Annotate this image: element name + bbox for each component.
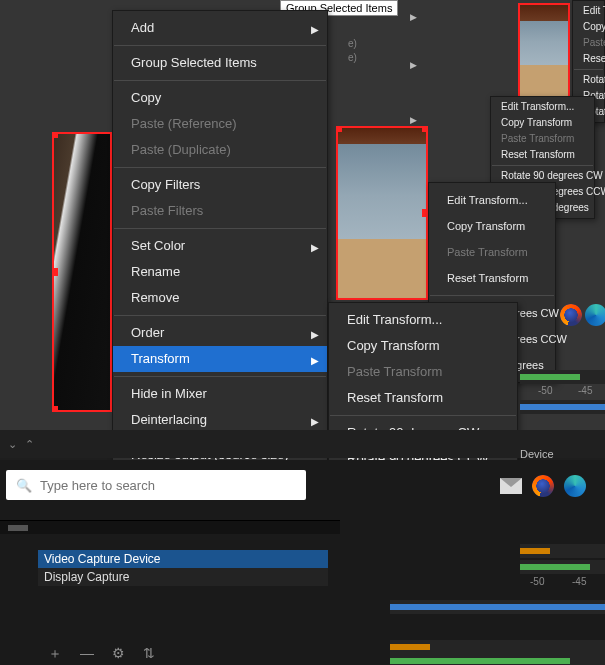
- timeline-track[interactable]: [390, 654, 605, 665]
- resize-handle[interactable]: [52, 406, 58, 412]
- edge-icon[interactable]: [585, 304, 605, 326]
- menu-separator: [430, 295, 554, 296]
- menu-item-paste-transform[interactable]: Paste Transform: [329, 359, 517, 385]
- selected-source-left[interactable]: [52, 132, 112, 412]
- menu-item[interactable]: Copy Tra: [573, 19, 604, 35]
- menu-item-transform[interactable]: Transform▶: [113, 346, 327, 372]
- search-input-wrap[interactable]: 🔍: [6, 470, 306, 500]
- search-input[interactable]: [40, 478, 296, 493]
- timeline-bar: [520, 564, 590, 570]
- time-label: -50: [538, 385, 552, 396]
- panel-splitter[interactable]: [0, 520, 340, 534]
- menu-item-edit-transform[interactable]: Edit Transform...: [329, 307, 517, 333]
- resize-handle[interactable]: [52, 132, 58, 138]
- dimmed-label: e): [348, 38, 357, 49]
- reorder-icon[interactable]: ⇅: [143, 645, 155, 663]
- menu-label: Transform: [131, 351, 190, 366]
- menu-item-copy-filters[interactable]: Copy Filters: [113, 172, 327, 198]
- system-tray: [585, 304, 605, 326]
- timeline-track[interactable]: [520, 560, 605, 574]
- chevron-down-icon[interactable]: ⌄: [8, 438, 17, 451]
- search-icon: 🔍: [16, 478, 32, 493]
- menu-item-copy-transform[interactable]: Copy Transform: [491, 115, 594, 131]
- menu-item-copy-transform[interactable]: Copy Transform: [329, 333, 517, 359]
- timeline-track[interactable]: [390, 640, 605, 654]
- resize-handle[interactable]: [422, 126, 428, 132]
- selected-source-mini[interactable]: [518, 3, 570, 99]
- menu-item-reset-transform[interactable]: Reset Transform: [329, 385, 517, 411]
- menu-item-reset-transform[interactable]: Reset Transform: [429, 265, 555, 291]
- menu-label: Set Color: [131, 238, 185, 253]
- menu-item-group[interactable]: Group Selected Items: [113, 50, 327, 76]
- menu-separator: [114, 315, 326, 316]
- video-thumb: [338, 128, 426, 298]
- menu-item-reset-transform[interactable]: Reset Transform: [491, 147, 594, 163]
- menu-item-paste-filters[interactable]: Paste Filters: [113, 198, 327, 224]
- menu-item[interactable]: Rotate 90: [573, 72, 604, 88]
- selected-source-center[interactable]: [336, 126, 428, 300]
- menu-item-copy[interactable]: Copy: [113, 85, 327, 111]
- mixer-device-label: Device: [520, 448, 554, 460]
- gear-icon[interactable]: ⚙: [112, 645, 125, 663]
- submenu-arrow-icon: ▶: [410, 12, 417, 22]
- chevron-right-icon: ▶: [311, 239, 319, 257]
- chevron-right-icon: ▶: [311, 413, 319, 431]
- menu-label: Deinterlacing: [131, 412, 207, 427]
- chevron-up-icon[interactable]: ⌃: [25, 438, 34, 451]
- source-row-selected[interactable]: Video Capture Device: [38, 550, 328, 568]
- add-icon[interactable]: ＋: [48, 645, 62, 663]
- menu-item-paste-dup[interactable]: Paste (Duplicate): [113, 137, 327, 163]
- menu-item-hide-mixer[interactable]: Hide in Mixer: [113, 381, 327, 407]
- menu-item-order[interactable]: Order▶: [113, 320, 327, 346]
- timeline-bar: [520, 374, 580, 380]
- menu-item-copy-transform[interactable]: Copy Transform: [429, 213, 555, 239]
- firefox-icon[interactable]: [532, 475, 554, 497]
- sources-list[interactable]: Video Capture Device Display Capture: [38, 550, 328, 586]
- menu-item-set-color[interactable]: Set Color▶: [113, 233, 327, 259]
- timeline-track[interactable]: [520, 400, 605, 414]
- timeline-bar: [390, 658, 570, 664]
- menu-item[interactable]: Paste Tra: [573, 35, 604, 51]
- menu-label: Order: [131, 325, 164, 340]
- timeline-track[interactable]: [520, 544, 605, 558]
- mail-icon[interactable]: [500, 478, 522, 494]
- system-tray: [500, 475, 586, 497]
- timeline-bar: [390, 604, 605, 610]
- menu-separator: [330, 415, 516, 416]
- time-label: -50: [530, 576, 544, 587]
- menu-item-paste-transform[interactable]: Paste Transform: [491, 131, 594, 147]
- timeline-bar: [520, 404, 605, 410]
- resize-handle[interactable]: [52, 268, 58, 276]
- chevron-right-icon: ▶: [311, 21, 319, 39]
- sources-toolbar: ＋ — ⚙ ⇅: [48, 645, 155, 663]
- time-label: -45: [578, 385, 592, 396]
- menu-item-paste-ref[interactable]: Paste (Reference): [113, 111, 327, 137]
- timeline-bar: [390, 644, 430, 650]
- firefox-icon[interactable]: [560, 304, 582, 326]
- menu-item-rename[interactable]: Rename: [113, 259, 327, 285]
- timeline-bar: [520, 548, 550, 554]
- menu-separator: [114, 80, 326, 81]
- timeline-track[interactable]: [390, 600, 605, 614]
- edge-icon[interactable]: [564, 475, 586, 497]
- dimmed-label: e): [348, 52, 357, 63]
- video-thumb-top: [520, 5, 568, 21]
- video-thumb-top: [338, 128, 426, 144]
- grip-icon: [8, 525, 28, 531]
- menu-item[interactable]: Edit Tran: [573, 3, 604, 19]
- timeline-track[interactable]: [520, 370, 605, 384]
- menu-item[interactable]: Reset Tra: [573, 51, 604, 67]
- menu-separator: [114, 45, 326, 46]
- remove-icon[interactable]: —: [80, 645, 94, 663]
- source-row[interactable]: Display Capture: [38, 568, 328, 586]
- menu-item-add[interactable]: Add▶: [113, 15, 327, 41]
- menu-item-remove[interactable]: Remove: [113, 285, 327, 311]
- menu-separator: [574, 69, 603, 70]
- toolbar: ⌄ ⌃: [0, 430, 605, 458]
- menu-item-edit-transform[interactable]: Edit Transform...: [429, 187, 555, 213]
- video-thumb: [54, 134, 110, 410]
- system-tray: [560, 304, 582, 326]
- menu-item-paste-transform[interactable]: Paste Transform: [429, 239, 555, 265]
- resize-handle[interactable]: [336, 126, 342, 132]
- menu-item-edit-transform[interactable]: Edit Transform...: [491, 99, 594, 115]
